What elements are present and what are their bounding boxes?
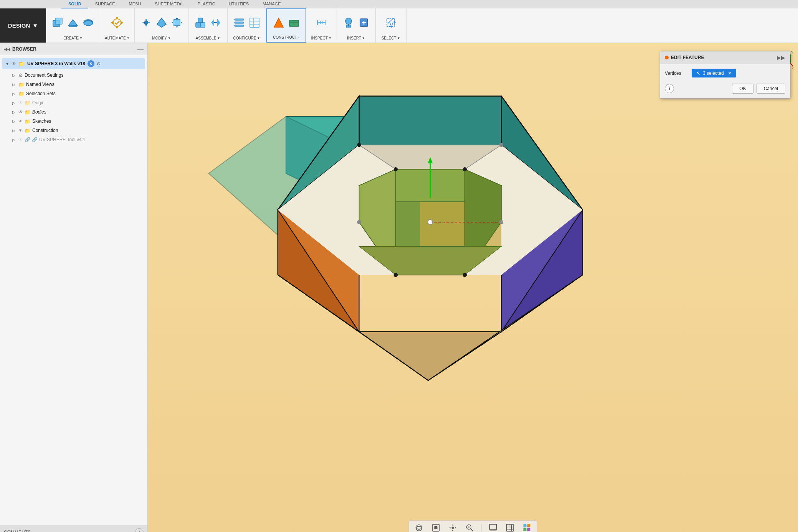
browser-item-construction[interactable]: ▷ 👁 📁 Construction bbox=[0, 126, 147, 135]
select-icon bbox=[384, 16, 398, 30]
appearance-tool[interactable] bbox=[522, 522, 532, 532]
expand-icon[interactable]: ▷ bbox=[11, 109, 17, 115]
move-icon bbox=[170, 16, 184, 30]
expand-icon[interactable]: ▷ bbox=[11, 72, 17, 78]
group-insert[interactable]: INSERT ▼ bbox=[337, 8, 376, 43]
measure-icon bbox=[314, 16, 328, 30]
svg-point-53 bbox=[428, 220, 433, 225]
display-mode-tool[interactable] bbox=[488, 522, 499, 532]
main-area: ◀◀ BROWSER — ▼ 👁 📁 UV SPHERE 3 in Walls … bbox=[0, 43, 798, 532]
expand-icon[interactable]: ▷ bbox=[11, 91, 17, 97]
grid-tool[interactable] bbox=[505, 522, 515, 532]
root-expand-icon[interactable]: ▼ bbox=[5, 62, 9, 66]
configure-label[interactable]: CONFIGURE ▼ bbox=[233, 36, 260, 40]
group-automate[interactable]: AUTOMATE ▼ bbox=[100, 8, 135, 43]
select-label[interactable]: SELECT ▼ bbox=[382, 36, 400, 40]
info-button[interactable]: ℹ bbox=[665, 84, 674, 93]
assemble-label[interactable]: ASSEMBLE ▼ bbox=[196, 36, 220, 40]
selected-count-text: 3 selected bbox=[703, 71, 724, 76]
visibility-icon[interactable]: 👁 bbox=[18, 119, 23, 124]
browser-minimize-icon[interactable]: — bbox=[137, 46, 144, 53]
browser-item-named-views[interactable]: ▷ 📁 Named Views bbox=[0, 80, 147, 89]
construct-label[interactable]: CONSTRUCT - bbox=[273, 35, 299, 40]
toolbar-icon-row: DESIGN ▼ CREATE ▼ bbox=[0, 8, 798, 43]
comments-footer[interactable]: COMMENTS + bbox=[0, 525, 147, 532]
tab-solid[interactable]: SOLID bbox=[61, 0, 88, 8]
selected-badge[interactable]: ↖ 3 selected ✕ bbox=[692, 69, 736, 77]
ok-button[interactable]: OK bbox=[732, 84, 753, 94]
expand-icon[interactable]: ▷ bbox=[11, 137, 17, 143]
expand-icon[interactable]: ▷ bbox=[11, 81, 17, 87]
group-modify[interactable]: MODIFY ▼ bbox=[135, 8, 189, 43]
browser-item-uv-sphere-tool[interactable]: ▷ 👁 🔗 🔗 UV SPHERE Tool v4:1 bbox=[0, 135, 147, 144]
svg-rect-1 bbox=[55, 18, 62, 24]
svg-rect-87 bbox=[527, 528, 530, 531]
visibility-icon[interactable]: 👁 bbox=[18, 100, 23, 105]
group-configure[interactable]: CONFIGURE ▼ bbox=[228, 8, 266, 43]
svg-point-11 bbox=[144, 21, 148, 25]
svg-rect-85 bbox=[527, 524, 530, 527]
3d-scene-svg bbox=[148, 43, 798, 532]
expand-panel-icon[interactable]: ▶▶ bbox=[777, 54, 785, 61]
automate-label[interactable]: AUTOMATE ▼ bbox=[105, 36, 130, 40]
tab-sheet-metal[interactable]: SHEET METAL bbox=[148, 0, 190, 8]
visibility-icon[interactable]: 👁 bbox=[18, 137, 23, 142]
browser-header: ◀◀ BROWSER — bbox=[0, 43, 147, 55]
joint-icon bbox=[209, 16, 223, 30]
comments-plus-icon[interactable]: + bbox=[135, 528, 144, 532]
browser-item-document-settings[interactable]: ▷ ⚙ Document Settings bbox=[0, 71, 147, 80]
design-button[interactable]: DESIGN ▼ bbox=[0, 8, 46, 43]
extrude-icon bbox=[66, 16, 80, 30]
svg-point-54 bbox=[394, 167, 398, 171]
tab-plastic[interactable]: PLASTIC bbox=[191, 0, 222, 8]
assemble-icon bbox=[193, 16, 207, 30]
orbit-tool[interactable] bbox=[414, 522, 425, 532]
inspect-label[interactable]: INSPECT ▼ bbox=[311, 36, 331, 40]
zoom-tool[interactable] bbox=[464, 522, 475, 532]
group-assemble[interactable]: ASSEMBLE ▼ bbox=[189, 8, 228, 43]
insert-icon2 bbox=[357, 16, 371, 30]
modify-label[interactable]: MODIFY ▼ bbox=[152, 36, 171, 40]
expand-icon[interactable]: ▷ bbox=[11, 118, 17, 124]
svg-point-58 bbox=[394, 273, 398, 277]
design-arrow: ▼ bbox=[32, 22, 38, 29]
document-root-item[interactable]: ▼ 👁 📁 UV SPHERE 3 in Walls v18 K ⊙ bbox=[2, 58, 145, 69]
revolve-icon bbox=[81, 16, 95, 30]
visibility-icon[interactable]: 👁 bbox=[18, 109, 23, 115]
svg-line-74 bbox=[471, 529, 473, 531]
group-create[interactable]: CREATE ▼ bbox=[46, 8, 100, 43]
group-select[interactable]: SELECT ▼ bbox=[376, 8, 406, 43]
clear-selection-button[interactable]: ✕ bbox=[728, 71, 732, 76]
pan-tool[interactable] bbox=[448, 522, 458, 532]
expand-icon[interactable]: ▷ bbox=[11, 100, 17, 106]
browser-item-selection-sets[interactable]: ▷ 📁 Selection Sets bbox=[0, 89, 147, 98]
cursor-icon: ↖ bbox=[696, 70, 701, 76]
automate-icon bbox=[110, 16, 124, 30]
svg-point-55 bbox=[463, 167, 467, 171]
svg-text:X: X bbox=[792, 66, 793, 69]
tab-mesh[interactable]: MESH bbox=[122, 0, 148, 8]
browser-collapse-icon[interactable]: ◀◀ bbox=[4, 47, 10, 52]
tab-surface[interactable]: SURFACE bbox=[88, 0, 122, 8]
doc-item-label: UV SPHERE 3 in Walls v18 bbox=[27, 61, 85, 66]
create-label[interactable]: CREATE ▼ bbox=[63, 36, 83, 40]
table-icon bbox=[248, 16, 261, 30]
construct-icon1 bbox=[272, 16, 286, 30]
browser-item-origin[interactable]: ▷ 👁 📁 Origin bbox=[0, 98, 147, 107]
tab-utilities[interactable]: UTILITIES bbox=[222, 0, 256, 8]
expand-icon[interactable]: ▷ bbox=[11, 127, 17, 133]
viewport[interactable]: TOP Y X EDIT FEATURE ▶▶ Vertices bbox=[148, 43, 798, 532]
edit-panel-body: Vertices ↖ 3 selected ✕ ℹ OK Cancel bbox=[660, 64, 790, 98]
browser-item-bodies[interactable]: ▷ 👁 📁 Bodies bbox=[0, 107, 147, 117]
tab-manage[interactable]: MANAGE bbox=[256, 0, 288, 8]
cancel-button[interactable]: Cancel bbox=[757, 84, 785, 94]
look-at-tool[interactable] bbox=[431, 522, 441, 532]
visibility-icon[interactable]: 👁 bbox=[18, 128, 23, 133]
svg-rect-77 bbox=[490, 524, 497, 530]
svg-point-60 bbox=[357, 143, 361, 147]
visibility-icon[interactable]: 👁 bbox=[12, 61, 16, 66]
insert-label[interactable]: INSERT ▼ bbox=[347, 36, 365, 40]
browser-item-sketches[interactable]: ▷ 👁 📁 Sketches bbox=[0, 117, 147, 126]
group-construct[interactable]: CONSTRUCT - bbox=[266, 8, 306, 43]
group-inspect[interactable]: INSPECT ▼ bbox=[306, 8, 337, 43]
